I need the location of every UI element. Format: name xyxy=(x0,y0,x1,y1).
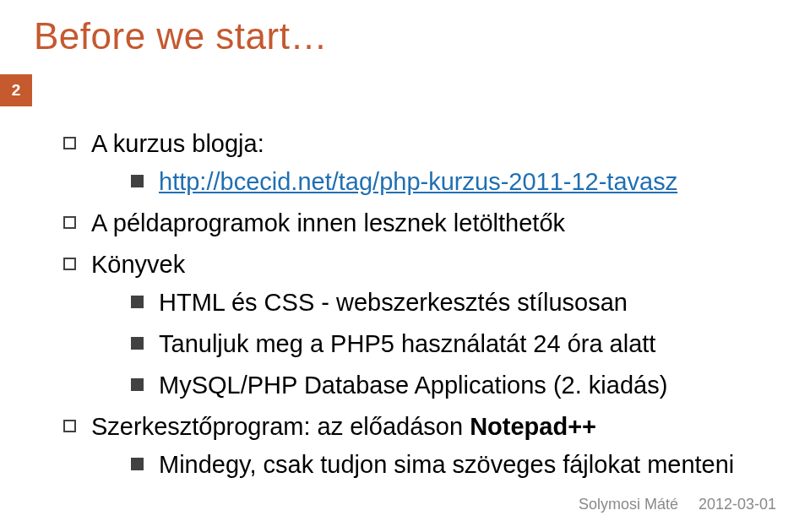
blog-link[interactable]: http://bcecid.net/tag/php-kurzus-2011-12… xyxy=(159,168,677,195)
page-number-badge: 2 xyxy=(0,74,32,106)
bullet-text: A példaprogramok innen lesznek letölthet… xyxy=(91,209,565,236)
bullet-item: Szerkesztőprogram: az előadáson Notepad+… xyxy=(59,408,776,484)
bullet-sub-item: Tanuljuk meg a PHP5 használatát 24 óra a… xyxy=(127,325,776,363)
slide-footer: Solymosi Máté 2012-03-01 xyxy=(579,496,776,513)
footer-author: Solymosi Máté xyxy=(579,496,678,513)
slide-title: Before we start… xyxy=(0,0,810,57)
footer-date: 2012-03-01 xyxy=(699,496,776,513)
bullet-item: A kurzus blogja: http://bcecid.net/tag/p… xyxy=(59,125,776,201)
bullet-item: A példaprogramok innen lesznek letölthet… xyxy=(59,204,776,242)
bullet-text: Mindegy, csak tudjon sima szöveges fájlo… xyxy=(159,451,734,478)
bullet-item: Könyvek HTML és CSS - webszerkesztés stí… xyxy=(59,246,776,404)
bullet-text: Szerkesztőprogram: az előadáson xyxy=(91,413,470,440)
bullet-sub-item: Mindegy, csak tudjon sima szöveges fájlo… xyxy=(127,446,776,484)
bullet-text-bold: Notepad++ xyxy=(470,413,596,440)
bullet-sub-item: http://bcecid.net/tag/php-kurzus-2011-12… xyxy=(127,163,776,201)
bullet-text: MySQL/PHP Database Applications (2. kiad… xyxy=(159,372,667,399)
bullet-sub-item: HTML és CSS - webszerkesztés stílusosan xyxy=(127,284,776,322)
bullet-sub-item: MySQL/PHP Database Applications (2. kiad… xyxy=(127,366,776,404)
bullet-text: HTML és CSS - webszerkesztés stílusosan xyxy=(159,289,628,316)
slide-content: A kurzus blogja: http://bcecid.net/tag/p… xyxy=(0,57,810,483)
bullet-text: Tanuljuk meg a PHP5 használatát 24 óra a… xyxy=(159,330,655,357)
bullet-text: A kurzus blogja: xyxy=(91,130,264,157)
bullet-text: Könyvek xyxy=(91,251,185,278)
